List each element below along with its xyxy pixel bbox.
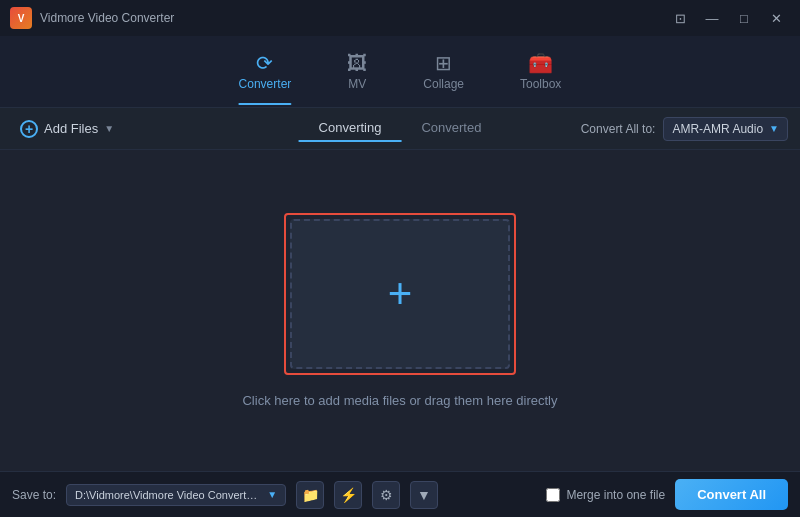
nav-tab-collage[interactable]: ⊞ Collage — [405, 47, 482, 97]
toolbar-inner: + Add Files ▼ Converting Converted Conve… — [12, 108, 788, 149]
add-files-button[interactable]: + Add Files ▼ — [12, 116, 122, 142]
merge-checkbox[interactable] — [546, 488, 560, 502]
settings-button-1[interactable]: ⚡ — [334, 481, 362, 509]
collage-label: Collage — [423, 77, 464, 91]
drop-hint-text: Click here to add media files or drag th… — [242, 393, 557, 408]
merge-container: Merge into one file — [546, 488, 665, 502]
folder-browse-button[interactable]: 📁 — [296, 481, 324, 509]
tab-converting[interactable]: Converting — [299, 115, 402, 142]
save-path-text: D:\Vidmore\Vidmore Video Converter\Conve… — [75, 489, 261, 501]
nav-tab-mv[interactable]: 🖼 MV — [329, 47, 385, 97]
settings-icon-2: ⚙ — [380, 487, 393, 503]
settings-icon-1: ⚡ — [340, 487, 357, 503]
folder-icon: 📁 — [302, 487, 319, 503]
close-button[interactable]: ✕ — [762, 7, 790, 29]
app-logo: V — [10, 7, 32, 29]
toolbar: + Add Files ▼ Converting Converted Conve… — [0, 108, 800, 150]
maximize-button[interactable]: □ — [730, 7, 758, 29]
minimize-button[interactable]: — — [698, 7, 726, 29]
format-select-arrow-icon: ▼ — [769, 123, 779, 134]
format-select[interactable]: AMR-AMR Audio ▼ — [663, 117, 788, 141]
drop-zone[interactable]: + — [290, 219, 510, 369]
drop-zone-wrapper: + — [284, 213, 516, 375]
tab-converted[interactable]: Converted — [401, 115, 501, 142]
settings-button-3[interactable]: ▼ — [410, 481, 438, 509]
mv-icon: 🖼 — [347, 53, 367, 73]
bottom-bar: Save to: D:\Vidmore\Vidmore Video Conver… — [0, 471, 800, 517]
nav-bar: ⟳ Converter 🖼 MV ⊞ Collage 🧰 Toolbox — [0, 36, 800, 108]
sub-tabs: Converting Converted — [299, 115, 502, 142]
converter-icon: ⟳ — [256, 53, 273, 73]
format-value: AMR-AMR Audio — [672, 122, 763, 136]
settings-button-2[interactable]: ⚙ — [372, 481, 400, 509]
convert-all-button[interactable]: Convert All — [675, 479, 788, 510]
drop-zone-plus-icon: + — [388, 273, 413, 315]
save-path-selector[interactable]: D:\Vidmore\Vidmore Video Converter\Conve… — [66, 484, 286, 506]
app-title: Vidmore Video Converter — [40, 11, 174, 25]
add-files-chevron-icon: ▼ — [104, 123, 114, 134]
title-bar: V Vidmore Video Converter ⊡ — □ ✕ — [0, 0, 800, 36]
save-path-arrow-icon: ▼ — [267, 489, 277, 500]
add-files-label: Add Files — [44, 121, 98, 136]
nav-tab-toolbox[interactable]: 🧰 Toolbox — [502, 47, 579, 97]
convert-all-to-label: Convert All to: — [581, 122, 656, 136]
toolbox-icon: 🧰 — [528, 53, 553, 73]
toolbox-label: Toolbox — [520, 77, 561, 91]
title-bar-left: V Vidmore Video Converter — [10, 7, 174, 29]
save-to-label: Save to: — [12, 488, 56, 502]
collage-icon: ⊞ — [435, 53, 452, 73]
nav-tab-converter[interactable]: ⟳ Converter — [221, 47, 310, 97]
main-content: + Click here to add media files or drag … — [0, 150, 800, 471]
add-files-icon: + — [20, 120, 38, 138]
chat-button[interactable]: ⊡ — [666, 7, 694, 29]
converter-label: Converter — [239, 77, 292, 91]
settings-icon-3: ▼ — [417, 487, 431, 503]
title-bar-controls: ⊡ — □ ✕ — [666, 7, 790, 29]
merge-label: Merge into one file — [566, 488, 665, 502]
mv-label: MV — [348, 77, 366, 91]
